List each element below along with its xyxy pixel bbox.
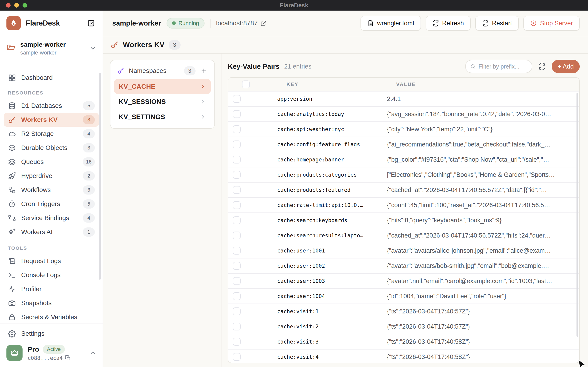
page-title: Workers KV: [123, 41, 165, 49]
page-bar: Workers KV 3: [103, 36, 588, 54]
copy-icon[interactable]: [65, 355, 71, 361]
minimize-window-button[interactable]: [14, 3, 19, 8]
kv-entries-count: 21 entries: [284, 63, 311, 70]
row-checkbox[interactable]: [233, 277, 241, 285]
refresh-button[interactable]: Refresh: [426, 16, 471, 31]
row-checkbox[interactable]: [233, 186, 241, 194]
count-badge: 16: [83, 157, 95, 167]
table-row[interactable]: cache:user:1002{"avatar":"avatars/bob-sm…: [228, 259, 579, 274]
plan-selector[interactable]: Pro Active c088...eca4: [4, 341, 99, 367]
stop-server-button[interactable]: Stop Server: [523, 16, 580, 31]
row-checkbox[interactable]: [233, 201, 241, 209]
sidebar-item-r2-storage[interactable]: R2 Storage 4: [4, 127, 99, 141]
namespace-item-kv-cache[interactable]: KV_CACHE: [114, 79, 211, 94]
row-checkbox[interactable]: [233, 353, 241, 361]
row-checkbox[interactable]: [233, 292, 241, 300]
select-all-checkbox[interactable]: [242, 81, 250, 88]
table-row[interactable]: cache:visit:1{"ts":"2026-03-04T17:40:57Z…: [228, 304, 579, 319]
sidebar-collapse-icon[interactable]: [86, 18, 96, 28]
divider: [210, 19, 210, 28]
close-window-button[interactable]: [6, 3, 11, 8]
window-controls: [6, 0, 27, 11]
namespaces-card: Namespaces 3 KV_CACHE KV_SESSIONS: [110, 60, 215, 129]
table-row[interactable]: cache:config:feature-flags{"ai_recommend…: [228, 137, 579, 152]
plan-id: c088...eca4: [28, 355, 63, 361]
sidebar-item-console-logs[interactable]: Console Logs: [4, 268, 99, 282]
count-badge: 3: [83, 115, 95, 125]
project-selector[interactable]: sample-worker sample-worker: [0, 36, 103, 60]
sidebar-item-request-logs[interactable]: Request Logs: [4, 254, 99, 268]
row-checkbox[interactable]: [233, 323, 241, 330]
row-checkbox[interactable]: [233, 95, 241, 103]
row-checkbox[interactable]: [233, 338, 241, 346]
wrangler-toml-button[interactable]: wrangler.toml: [361, 16, 421, 31]
sidebar-item-snapshots[interactable]: Snapshots: [4, 296, 99, 310]
sidebar-item-workers-kv[interactable]: Workers KV 3: [4, 113, 99, 127]
sidebar-scrollbar[interactable]: [99, 73, 101, 280]
table-row[interactable]: cache:analytics:today{"avg_session":184,…: [228, 107, 579, 122]
filter-input-wrapper: [465, 60, 532, 73]
namespace-item-kv-settings[interactable]: KV_SETTINGS: [114, 109, 211, 124]
refresh-entries-button[interactable]: [537, 61, 547, 72]
table-row[interactable]: app:version2.4.1: [228, 92, 579, 107]
kv-title: Key-Value Pairs: [228, 63, 279, 70]
row-checkbox[interactable]: [233, 110, 241, 118]
sidebar-item-profiler[interactable]: Profiler: [4, 282, 99, 296]
sidebar-item-workflows[interactable]: Workflows 3: [4, 183, 99, 197]
table-row[interactable]: cache:products:featured{"cached_at":"202…: [228, 183, 579, 198]
cube-icon: [8, 144, 16, 152]
host-link[interactable]: localhost:8787: [216, 20, 267, 27]
main-area: sample-worker Running localhost:8787 wra…: [103, 11, 588, 367]
row-checkbox[interactable]: [233, 308, 241, 315]
table-row[interactable]: cache:api:weather:nyc{"city":"New York",…: [228, 122, 579, 137]
sidebar-item-secrets-variables[interactable]: Secrets & Variables: [4, 310, 99, 324]
sidebar-item-hyperdrive[interactable]: Hyperdrive 2: [4, 169, 99, 183]
value-column-header: VALUE: [396, 81, 571, 87]
table-row[interactable]: cache:rate-limit:api:10.0.…{"count":45,"…: [228, 198, 579, 213]
table-row[interactable]: cache:search:results:lapto…{"cached_at":…: [228, 228, 579, 243]
kv-toolbar: Key-Value Pairs 21 entries + Add: [228, 59, 580, 73]
sidebar-item-queues[interactable]: Queues 16: [4, 155, 99, 169]
sidebar-nav: Dashboard RESOURCES D1 Databases 5 Worke…: [0, 60, 103, 324]
sidebar-item-cron-triggers[interactable]: Cron Triggers 5: [4, 197, 99, 211]
sidebar-item-d1-databases[interactable]: D1 Databases 5: [4, 99, 99, 113]
table-row[interactable]: cache:homepage:banner{"bg_color":"#f9731…: [228, 152, 579, 167]
stop-icon: [530, 20, 537, 26]
sidebar-item-service-bindings[interactable]: Service Bindings 4: [4, 211, 99, 225]
table-row[interactable]: cache:visit:3{"ts":"2026-03-04T17:40:58Z…: [228, 334, 579, 350]
restart-button[interactable]: Restart: [475, 16, 519, 31]
sidebar-item-dashboard[interactable]: Dashboard: [4, 71, 99, 85]
row-checkbox[interactable]: [233, 232, 241, 239]
table-row[interactable]: cache:search:keyboards{"hits":8,"query":…: [228, 213, 579, 228]
sidebar-item-workers-ai[interactable]: Workers AI 1: [4, 225, 99, 239]
table-row[interactable]: cache:user:1003{"avatar":null,"email":"c…: [228, 274, 579, 289]
count-badge: 5: [83, 199, 95, 209]
row-checkbox[interactable]: [233, 171, 241, 179]
row-checkbox[interactable]: [233, 247, 241, 255]
sidebar-footer: Settings Pro Active c088...eca4: [0, 324, 103, 367]
row-checkbox[interactable]: [233, 141, 241, 148]
row-checkbox[interactable]: [233, 125, 241, 133]
zoom-window-button[interactable]: [23, 3, 27, 8]
row-checkbox[interactable]: [233, 156, 241, 164]
chevron-down-icon: [89, 45, 96, 51]
key-column-header: KEY: [286, 81, 396, 87]
namespace-item-kv-sessions[interactable]: KV_SESSIONS: [114, 94, 211, 109]
table-row[interactable]: cache:visit:4{"ts":"2026-03-04T17:40:58Z…: [228, 350, 579, 363]
table-row[interactable]: cache:visit:2{"ts":"2026-03-04T17:40:57Z…: [228, 319, 579, 334]
filter-input[interactable]: [479, 63, 527, 70]
namespaces-title: Namespaces: [129, 67, 184, 75]
table-row[interactable]: cache:user:1001{"avatar":"avatars/alice-…: [228, 243, 579, 259]
table-row[interactable]: cache:user:1004{"id":1004,"name":"David …: [228, 289, 579, 304]
brand-row: FlareDesk: [0, 11, 103, 36]
sidebar-item-durable-objects[interactable]: Durable Objects 3: [4, 141, 99, 155]
table-row[interactable]: cache:products:categories["Electronics",…: [228, 167, 579, 183]
add-entry-button[interactable]: + Add: [552, 60, 580, 73]
add-namespace-button[interactable]: [199, 66, 209, 76]
table-scrollbar[interactable]: [577, 93, 578, 337]
scroll-icon: [8, 257, 16, 265]
camera-icon: [8, 299, 16, 307]
row-checkbox[interactable]: [233, 216, 241, 224]
sidebar-item-settings[interactable]: Settings: [4, 327, 99, 341]
row-checkbox[interactable]: [233, 262, 241, 270]
